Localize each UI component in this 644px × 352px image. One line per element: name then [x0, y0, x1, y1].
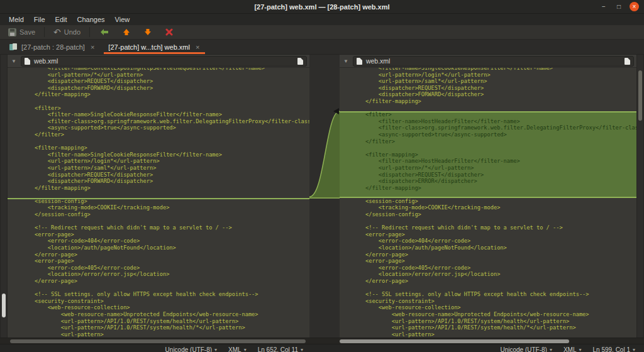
undo-button[interactable]: ↶ Undo — [49, 27, 85, 37]
code-line[interactable]: <url-pattern>/saml*</url-pattern> — [8, 165, 309, 172]
code-line[interactable]: <filter> — [8, 105, 309, 112]
code-line[interactable] — [340, 218, 636, 225]
right-editor[interactable]: <filter-name>SingleCookieResponseFilter<… — [340, 68, 636, 338]
minimize-button[interactable]: − — [599, 3, 608, 11]
code-line[interactable]: <error-page> — [340, 258, 636, 265]
code-line[interactable]: <web-resource-name>Unprotected Endpoints… — [8, 311, 309, 318]
code-line[interactable] — [340, 105, 636, 112]
code-line[interactable]: </filter-mapping> — [340, 98, 636, 105]
right-encoding-selector[interactable]: Unicode (UTF-8) ▾ — [500, 346, 552, 352]
code-line[interactable]: <error-code>404</error-code> — [340, 238, 636, 245]
code-line[interactable]: </filter> — [340, 138, 636, 145]
code-line[interactable]: <tracking-mode>COOKIE</tracking-mode> — [340, 204, 636, 211]
code-line[interactable]: <url-pattern>/*</url-pattern> — [340, 165, 636, 172]
code-line[interactable]: <filter-mapping> — [340, 151, 636, 158]
code-line[interactable]: <web-resource-collection> — [8, 304, 309, 311]
code-line[interactable]: <filter-class>org.springframework.web.fi… — [8, 118, 309, 125]
code-line[interactable]: <!-- Redirect request which didn't map t… — [8, 224, 309, 231]
menu-file[interactable]: File — [29, 16, 50, 23]
code-line[interactable]: <tracking-mode>COOKIE</tracking-mode> — [8, 204, 309, 211]
menu-view[interactable]: View — [110, 16, 135, 23]
left-horizontal-scrollbar[interactable] — [8, 338, 309, 344]
code-line[interactable]: </filter> — [8, 131, 309, 138]
code-line[interactable]: <error-page> — [8, 258, 309, 265]
code-line[interactable]: <dispatcher>FORWARD</dispatcher> — [8, 178, 309, 185]
code-line[interactable]: </filter-mapping> — [340, 185, 636, 192]
code-line[interactable]: </error-page> — [8, 278, 309, 285]
code-line[interactable]: <dispatcher>REQUEST</dispatcher> — [340, 172, 636, 179]
left-horizontal-scrollbar-thumb[interactable] — [10, 339, 306, 343]
code-line[interactable]: <error-page> — [8, 231, 309, 238]
code-line[interactable] — [8, 218, 309, 225]
right-cursor-position[interactable]: Ln 599, Col 1 ▾ — [592, 346, 635, 352]
code-line[interactable]: <location>/auth/pageNotFound</location> — [8, 245, 309, 251]
code-line[interactable]: <url-pattern> — [340, 331, 636, 338]
right-file-action[interactable] — [625, 58, 630, 65]
right-horizontal-scrollbar[interactable] — [340, 338, 636, 344]
code-line[interactable]: </error-page> — [340, 278, 636, 285]
code-line[interactable] — [8, 138, 309, 145]
code-line[interactable]: <location>/error/error.jsp</location> — [340, 271, 636, 278]
code-line[interactable]: <filter-class>org.springframework.web.fi… — [340, 124, 636, 131]
left-file-action[interactable] — [297, 58, 303, 65]
code-line[interactable]: <security-constraint> — [8, 298, 309, 305]
code-line[interactable]: <url-pattern>/saml*</url-pattern> — [340, 78, 636, 85]
merge-left-arrow-icon[interactable] — [333, 108, 339, 114]
code-line[interactable]: <location>/error/error.jsp</location> — [8, 271, 309, 278]
code-line[interactable]: <url-pattern> — [8, 331, 309, 338]
code-line[interactable]: <dispatcher>REQUEST</dispatcher> — [8, 78, 309, 85]
tab-close-icon[interactable]: × — [194, 43, 201, 51]
code-line[interactable] — [8, 98, 309, 105]
code-line[interactable]: <filter-name>SingleCookieResponseFilter<… — [8, 111, 309, 118]
tab-file-comparison[interactable]: [27-patch] w...tch] web.xml × — [103, 40, 206, 54]
menu-meld[interactable]: Meld — [4, 16, 29, 23]
code-line[interactable] — [340, 285, 636, 292]
delete-change-button[interactable] — [160, 27, 179, 37]
code-line[interactable]: </error-page> — [340, 251, 636, 258]
code-line[interactable]: <dispatcher>REQUEST</dispatcher> — [340, 85, 636, 92]
code-line[interactable]: <filter-name>ContextExposingHttpServletR… — [8, 68, 309, 72]
code-line[interactable]: <filter-name>HostHeaderFilter</filter-na… — [340, 158, 636, 165]
code-line[interactable]: <security-constraint> — [340, 298, 636, 305]
code-line[interactable]: <!-- SSL settings. only allow HTTPS exce… — [340, 291, 636, 298]
code-line[interactable]: </error-page> — [8, 251, 309, 258]
code-line[interactable]: <filter-mapping> — [8, 145, 309, 151]
code-line[interactable]: <web-resource-name>Unprotected Endpoints… — [340, 311, 636, 318]
maximize-button[interactable]: □ — [614, 3, 623, 11]
code-line[interactable]: <dispatcher>FORWARD</dispatcher> — [340, 91, 636, 98]
code-line[interactable]: </session-config> — [340, 211, 636, 218]
code-line[interactable]: <location>/auth/pageNotFound</location> — [340, 245, 636, 251]
tab-close-icon[interactable]: × — [89, 43, 96, 51]
code-line[interactable]: <url-pattern>/API/1.0/REST/system/health… — [340, 318, 636, 325]
code-line[interactable]: <url-pattern>/API/1.0/REST/system/health… — [8, 318, 309, 325]
chevron-down-icon[interactable]: ▼ — [342, 58, 350, 64]
code-line[interactable]: </filter-mapping> — [8, 91, 309, 98]
code-line[interactable]: <filter-name>HostHeaderFilter</filter-na… — [340, 118, 636, 125]
code-line[interactable]: </filter-mapping> — [8, 185, 309, 192]
left-vertical-scrollbar[interactable] — [0, 55, 8, 338]
previous-change-button[interactable] — [117, 27, 136, 37]
right-horizontal-scrollbar-thumb[interactable] — [340, 339, 569, 343]
next-change-button[interactable] — [138, 27, 157, 37]
right-file-selector[interactable]: web.xml — [353, 56, 634, 67]
left-cursor-position[interactable]: Ln 652, Col 11 ▾ — [258, 346, 303, 352]
code-line[interactable]: <error-code>405</error-code> — [8, 265, 309, 272]
code-line[interactable] — [340, 191, 636, 198]
left-file-selector[interactable]: web.xml — [21, 56, 307, 67]
chevron-down-icon[interactable]: ▼ — [10, 58, 18, 64]
tab-folder-comparison[interactable]: [27-patch : 28-patch] × — [4, 40, 101, 54]
code-line[interactable] — [8, 285, 309, 292]
code-line[interactable]: <dispatcher>ERROR</dispatcher> — [340, 178, 636, 185]
code-line[interactable]: <async-supported>true</async-supported> — [340, 131, 636, 138]
right-vertical-scrollbar-thumb[interactable] — [638, 70, 642, 121]
menu-changes[interactable]: Changes — [72, 16, 110, 23]
code-line[interactable]: <web-resource-collection> — [340, 304, 636, 311]
menu-edit[interactable]: Edit — [50, 16, 72, 23]
code-line[interactable]: <url-pattern>/login*</url-pattern> — [8, 158, 309, 165]
code-line[interactable]: <error-page> — [340, 231, 636, 238]
code-line[interactable]: <url-pattern>/API/1.0/REST/system/health… — [340, 324, 636, 331]
code-line[interactable]: <dispatcher>REQUEST</dispatcher> — [8, 172, 309, 179]
code-line[interactable]: <session-config> — [340, 198, 636, 205]
code-line[interactable]: <filter> — [340, 111, 636, 118]
code-line[interactable]: <async-supported>true</async-supported> — [8, 124, 309, 131]
